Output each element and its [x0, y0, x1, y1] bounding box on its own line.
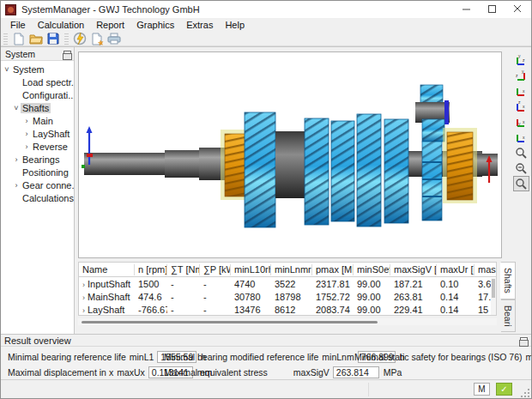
- helical-gear-2[interactable]: [305, 118, 329, 225]
- print-icon[interactable]: [106, 32, 123, 45]
- axis-view-xz-icon[interactable]: x: [513, 83, 529, 99]
- row-expander-icon[interactable]: ›: [82, 281, 85, 289]
- resize-grip[interactable]: [520, 388, 530, 398]
- save-file-icon[interactable]: [45, 32, 62, 45]
- dock-pin-icon[interactable]: [520, 337, 528, 344]
- window-controls: [454, 1, 531, 18]
- report-icon[interactable]: [88, 32, 106, 45]
- row-expander-icon[interactable]: ›: [82, 306, 85, 315]
- tab-shafts[interactable]: Shafts: [500, 262, 516, 299]
- 3d-viewport[interactable]: [78, 51, 502, 258]
- calculation-ok-icon[interactable]: ✓: [496, 383, 512, 396]
- title-bar: SystemManager - GWJ Technology GmbH: [1, 1, 531, 18]
- input-shaft-segment[interactable]: [84, 153, 165, 175]
- maximize-button[interactable]: [480, 1, 505, 18]
- field-min-static-safety: Minimal static safety for bearings (ISO …: [354, 351, 532, 363]
- table-row-mainshaft[interactable]: ›MainShaft 474.6 - - 30780 18798 1752.72…: [79, 290, 497, 303]
- sidebar-item-system[interactable]: ˅System: [1, 63, 74, 76]
- col-torque[interactable]: ∑T [Nm]: [167, 264, 200, 275]
- sidebar-item-gear-connections[interactable]: ›Gear conne...: [1, 178, 74, 191]
- main-area: zy zy x xz xy x Name n [rpm] ∑T [Nm] ∑P …: [75, 46, 532, 334]
- orange-gear-right[interactable]: [447, 132, 473, 200]
- zoom-in-icon[interactable]: [513, 145, 529, 160]
- sidebar-item-positioning[interactable]: Positioning: [1, 166, 74, 178]
- col-name[interactable]: Name: [79, 264, 135, 275]
- menu-file[interactable]: File: [4, 19, 32, 31]
- max-equivalent-stress-value[interactable]: 263.814: [333, 366, 379, 378]
- tree-expander-icon[interactable]: ›: [22, 117, 31, 125]
- zoom-window-icon[interactable]: [513, 176, 529, 191]
- axis-view-zy-icon[interactable]: zy: [513, 68, 529, 83]
- col-mass[interactable]: mass [kg]: [475, 264, 497, 275]
- sidebar-item-reverse[interactable]: ›Reverse: [1, 140, 74, 153]
- table-horizontal-scrollbar[interactable]: [78, 318, 497, 325]
- sidebar-item-load-spectrum[interactable]: Load spectr...: [1, 76, 74, 88]
- helical-gear-4[interactable]: [357, 114, 381, 227]
- scrollbar-thumb[interactable]: [82, 321, 378, 323]
- toolbar-grip[interactable]: [3, 33, 8, 45]
- sidebar-item-main[interactable]: ›Main: [1, 114, 74, 127]
- sidebar-item-bearings[interactable]: ›Bearings: [1, 153, 74, 166]
- result-overview-title: Result overview: [4, 336, 520, 346]
- axis-view-yx-icon[interactable]: xy: [513, 114, 529, 130]
- svg-text:x: x: [523, 119, 525, 124]
- app-icon: [5, 4, 16, 15]
- col-maxSigV[interactable]: maxSigV [MPa]: [390, 264, 437, 275]
- col-power[interactable]: ∑P [kW]: [200, 264, 231, 275]
- gear-stack-small[interactable]: [422, 142, 442, 221]
- menu-graphics[interactable]: Graphics: [130, 19, 180, 31]
- svg-text:z: z: [523, 57, 525, 63]
- shaft-hub[interactable]: [275, 131, 305, 198]
- tree-expander-icon[interactable]: ˅: [3, 65, 11, 74]
- main-toolbar: [1, 32, 531, 46]
- new-file-icon[interactable]: [10, 32, 27, 45]
- toolbar-grip[interactable]: [64, 33, 69, 45]
- col-minLnmrh[interactable]: minLnmrh [h]: [271, 264, 312, 275]
- menu-extras[interactable]: Extras: [180, 19, 219, 31]
- axis-view-zx-icon[interactable]: xz: [513, 99, 529, 114]
- col-n[interactable]: n [rpm]: [135, 264, 167, 275]
- shafts-results-table: Name n [rpm] ∑T [Nm] ∑P [kW] minL10rh [h…: [78, 262, 497, 316]
- menu-calculation[interactable]: Calculation: [32, 19, 90, 31]
- axis-view-yz-icon[interactable]: zy: [513, 52, 529, 68]
- tree-expander-icon[interactable]: ˅: [12, 104, 21, 112]
- col-maxUr[interactable]: maxUr [mm]: [437, 264, 475, 275]
- menu-help[interactable]: Help: [219, 19, 251, 31]
- result-fields: Minimal bearing reference life minL1 155…: [1, 347, 531, 379]
- close-button[interactable]: [505, 1, 531, 18]
- helical-gear-5[interactable]: [384, 119, 408, 223]
- orange-gear-left[interactable]: [225, 134, 247, 196]
- svg-text:x: x: [523, 104, 525, 109]
- units-toggle-button[interactable]: M: [474, 383, 490, 396]
- row-expander-icon[interactable]: ›: [82, 293, 85, 302]
- app-window: SystemManager - GWJ Technology GmbH File…: [0, 0, 532, 399]
- col-minS0eff[interactable]: minS0eff: [354, 264, 390, 275]
- open-file-icon[interactable]: [27, 32, 45, 45]
- sidebar-item-shafts[interactable]: ˅Shafts: [1, 101, 74, 114]
- calculate-icon[interactable]: [71, 32, 88, 45]
- col-minL10rh[interactable]: minL10rh [h]: [231, 264, 271, 275]
- tree-expander-icon[interactable]: ›: [12, 155, 21, 164]
- table-row-inputshaft[interactable]: ›InputShaft 1500 - - 4740 3522 2317.81 9…: [79, 277, 497, 290]
- axis-view-xy-icon[interactable]: x: [513, 130, 529, 145]
- sidebar-item-configuration[interactable]: Configurati...: [1, 88, 74, 101]
- svg-text:z: z: [518, 100, 521, 105]
- tree-expander-icon[interactable]: ›: [22, 142, 31, 151]
- result-overview-header: Result overview: [1, 334, 531, 347]
- helical-gear-3[interactable]: [331, 121, 354, 221]
- table-vertical-scrollbar[interactable]: [491, 278, 496, 316]
- table-row-layshaft[interactable]: ›LayShaft -766.67 - - 13476 8612 2083.74…: [79, 303, 497, 316]
- menu-report[interactable]: Report: [90, 19, 130, 31]
- helical-gear-1[interactable]: [245, 112, 275, 227]
- tab-bearings[interactable]: Beari: [501, 299, 516, 333]
- minimize-button[interactable]: [454, 1, 480, 18]
- zoom-out-icon[interactable]: [513, 160, 529, 176]
- dock-pin-icon[interactable]: [63, 51, 71, 57]
- svg-text:x: x: [523, 88, 525, 94]
- sidebar-item-layshaft[interactable]: ›LayShaft: [1, 127, 74, 140]
- tree-expander-icon[interactable]: ›: [12, 181, 21, 190]
- sidebar-item-calculations[interactable]: Calculations: [1, 191, 74, 204]
- system-tree-panel: System ˅System Load spectr... Configurat…: [1, 46, 75, 334]
- tree-expander-icon[interactable]: ›: [22, 130, 31, 138]
- col-pmax[interactable]: pmax [MPa]: [312, 264, 354, 275]
